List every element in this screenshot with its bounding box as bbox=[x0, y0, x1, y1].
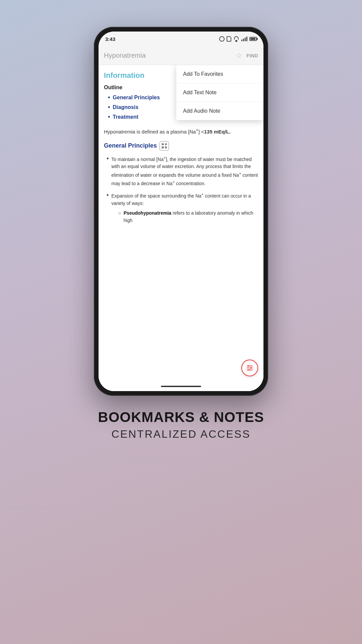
page-title: Hyponatremia bbox=[104, 52, 232, 59]
svg-point-3 bbox=[248, 365, 249, 367]
sub-bullet-item-1: Pseudohyponatremia refers to a laborator… bbox=[118, 210, 258, 224]
wifi-icon bbox=[233, 36, 239, 42]
bullet-item-1: To maintain a normal [Na+], the ingestio… bbox=[107, 155, 258, 187]
bullet-item-2: Expansion of the space surrounding the N… bbox=[107, 191, 258, 226]
alarm-icon bbox=[219, 36, 225, 42]
favorite-star-icon[interactable]: ☆ bbox=[236, 51, 242, 60]
svg-point-4 bbox=[250, 367, 252, 369]
add-to-favorites-item[interactable]: Add To Favorites bbox=[176, 65, 263, 84]
content-area: Information Outline General Principles D… bbox=[99, 65, 263, 382]
status-time: 3:43 bbox=[105, 36, 115, 42]
sd-card-icon bbox=[227, 36, 231, 42]
dropdown-menu: Add To Favorites Add Text Note Add Audio… bbox=[176, 65, 263, 120]
home-bar bbox=[161, 386, 201, 387]
general-principles-heading: General Principles bbox=[104, 141, 169, 151]
phone-screen: 3:43 bbox=[99, 32, 263, 391]
status-bar: 3:43 bbox=[99, 32, 263, 46]
battery-icon bbox=[249, 37, 257, 41]
grid-icon[interactable] bbox=[160, 141, 169, 151]
signal-bars-icon bbox=[241, 37, 247, 41]
phone-shell: 3:43 bbox=[94, 27, 268, 396]
bottom-section: BOOKMARKS & NOTES Centralized Access bbox=[0, 396, 362, 450]
home-indicator bbox=[99, 382, 263, 391]
bottom-title: BOOKMARKS & NOTES bbox=[7, 409, 355, 425]
intro-paragraph: Hyponatremia is defined as a plasma [Na+… bbox=[104, 127, 258, 136]
add-audio-note-item[interactable]: Add Audio Note bbox=[176, 102, 263, 120]
sub-bullet-list: Pseudohyponatremia refers to a laborator… bbox=[111, 210, 258, 224]
add-text-note-item[interactable]: Add Text Note bbox=[176, 84, 263, 102]
find-button[interactable]: FIND bbox=[246, 53, 258, 58]
principles-list: To maintain a normal [Na+], the ingestio… bbox=[104, 155, 258, 226]
svg-point-5 bbox=[248, 369, 250, 371]
fab-settings-button[interactable] bbox=[241, 360, 258, 376]
status-icons bbox=[219, 36, 257, 42]
app-header: Hyponatremia ☆ FIND bbox=[99, 46, 263, 65]
sliders-icon bbox=[246, 364, 254, 372]
bottom-subtitle: Centralized Access bbox=[7, 428, 355, 440]
